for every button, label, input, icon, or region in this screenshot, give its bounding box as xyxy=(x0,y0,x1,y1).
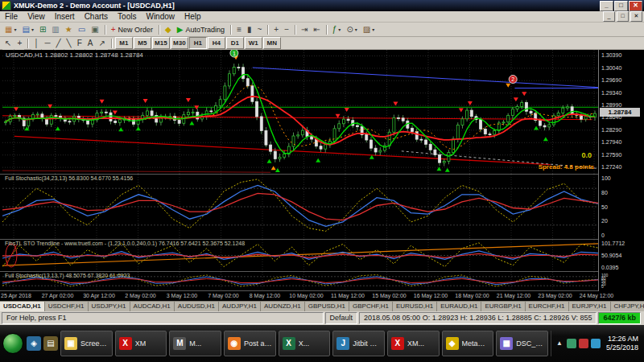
timeframe-m15-button[interactable]: M15 xyxy=(152,37,170,49)
menu-window[interactable]: Window xyxy=(141,11,180,22)
timeframe-w1-button[interactable]: W1 xyxy=(245,37,262,49)
pane-divider[interactable] xyxy=(0,271,644,272)
chart-bars-button[interactable]: ≡ xyxy=(234,23,244,36)
pane-divider[interactable] xyxy=(0,239,644,240)
tray-app-icon-1[interactable] xyxy=(567,339,576,348)
periods-button[interactable]: ⊙▾ xyxy=(344,23,359,36)
market-watch-icon: ⊞ xyxy=(39,25,46,35)
chart-close-button[interactable]: ✕ xyxy=(630,11,642,22)
zoom-in-button[interactable]: + xyxy=(271,23,281,36)
taskbar-photo-window[interactable]: ▦DSC_9066.jpg... xyxy=(496,331,548,356)
symbol-tab-eurchf[interactable]: EURCHF,H1 xyxy=(526,302,569,311)
crosshair-button[interactable]: + xyxy=(14,37,24,50)
taskbar-xm-window[interactable]: XXM xyxy=(115,331,167,356)
symbol-tab-audusd[interactable]: AUDUSD,H1 xyxy=(175,302,219,311)
timeframe-m5-button[interactable]: M5 xyxy=(134,37,151,49)
autotrading-button[interactable]: ▶AutoTrading xyxy=(175,23,227,36)
zoom-out-button[interactable]: − xyxy=(282,23,291,36)
symbol-tab-eurusd[interactable]: EURUSD,H1 xyxy=(393,302,437,311)
timeframe-d1-button[interactable]: D1 xyxy=(226,37,244,49)
minimize-button[interactable]: _ xyxy=(600,1,613,11)
symbol-tab-eurjpy[interactable]: EURJPY,H1 xyxy=(569,302,611,311)
quick-app-1-icon[interactable]: ◈ xyxy=(27,336,41,351)
quick-app-2-icon[interactable]: ▤ xyxy=(43,336,58,351)
taskbar-metaeditor-window[interactable]: ◆MetaEd... xyxy=(442,331,494,356)
timeframe-h4-button[interactable]: H4 xyxy=(208,37,225,49)
main-chart-canvas[interactable]: 12 xyxy=(2,50,598,174)
start-button[interactable] xyxy=(2,333,23,354)
taskbar-jitbit-window[interactable]: JJitbit Macro ... xyxy=(332,331,385,356)
arrows-tool-button[interactable]: ↗ xyxy=(96,37,107,50)
trendline-button[interactable]: ╱ xyxy=(54,37,64,50)
symbol-tab-audjpy[interactable]: AUDJPY,H1 xyxy=(219,302,261,311)
tray-expand-icon[interactable]: ▲ xyxy=(555,339,564,348)
taskbar-clock[interactable]: 12:26 AM 5/25/2018 xyxy=(606,335,638,352)
buy-arrow-icon xyxy=(118,127,123,131)
menu-charts[interactable]: Charts xyxy=(80,11,113,22)
close-button[interactable]: ✕ xyxy=(629,1,642,11)
taskbar-excel-window[interactable]: XX... xyxy=(279,331,331,356)
fibonacci-button[interactable]: F xyxy=(75,37,85,50)
metatrader-window: XMUK-Demo 2 - Demo Account - [USDCAD,H1]… xyxy=(0,0,644,362)
symbol-tab-usdcad[interactable]: USDCAD,H1 xyxy=(0,302,45,311)
indicator-pane-1[interactable]: Full Stochastic(34,23,13) 56.8300 54.677… xyxy=(2,175,598,239)
chart-shift-button[interactable]: ⇤ xyxy=(311,23,322,36)
symbol-tab-euraud[interactable]: EURAUD,H1 xyxy=(437,302,481,311)
timeframe-m30-button[interactable]: M30 xyxy=(171,37,188,49)
maximize-button[interactable]: □ xyxy=(614,1,628,11)
menu-help[interactable]: Help xyxy=(180,11,206,22)
navigator-button[interactable]: ★ xyxy=(63,23,75,36)
chart-restore-button[interactable]: □ xyxy=(617,11,629,22)
chart-candles-button[interactable]: ▮ xyxy=(245,23,254,36)
timeframe-h1-button[interactable]: H1 xyxy=(189,37,207,49)
symbol-tab-gbpusd[interactable]: GBPUSD,H1 xyxy=(305,302,349,311)
sell-arrow-icon xyxy=(194,105,199,109)
indicator-pane-3[interactable]: Full Stochastic(13,13,7) 48.5075 67.3820… xyxy=(2,272,598,290)
new-order-button[interactable]: +New Order xyxy=(109,23,155,36)
timeframe-m1-button[interactable]: M1 xyxy=(115,37,133,49)
cursor-button[interactable]: ↖ xyxy=(2,37,14,50)
chart-minimize-button[interactable]: _ xyxy=(603,11,615,22)
menu-view[interactable]: View xyxy=(23,11,50,22)
menu-insert[interactable]: Insert xyxy=(50,11,80,22)
symbol-tab-chfjpy[interactable]: CHFJPY,H1 xyxy=(611,302,644,311)
market-watch-button[interactable]: ⊞ xyxy=(37,23,48,36)
strategy-tester-button[interactable]: ▣ xyxy=(89,23,101,36)
chart-plot-area[interactable]: 12 USDCAD,H1 1.28802 1.28802 1.28748 1.2… xyxy=(2,50,598,291)
timeframe-mn-button[interactable]: MN xyxy=(263,37,281,49)
taskbar-browser-window[interactable]: ◉Post a reply ... xyxy=(224,331,276,356)
symbol-tab-usdjpy[interactable]: USDJPY,H1 xyxy=(89,302,130,311)
data-window-button[interactable]: ▥ xyxy=(49,23,61,36)
menu-items: FileViewInsertChartsToolsWindowHelp xyxy=(0,11,206,22)
text-tool-button[interactable]: A xyxy=(85,37,96,50)
symbol-tab-eurgbp[interactable]: EURGBP,H1 xyxy=(481,302,525,311)
sell-arrow-icon xyxy=(143,99,148,103)
terminal-button[interactable]: ▭ xyxy=(76,23,88,36)
new-chart-button[interactable]: ▦▾ xyxy=(2,23,19,36)
profiles-button[interactable]: ▤▾ xyxy=(19,23,35,36)
taskbar-buttons: ▣ScreenshotsXXMMM...◉Post a reply ...XX.… xyxy=(60,331,551,356)
taskbar-m-window[interactable]: MM... xyxy=(169,331,221,356)
symbol-tab-audnzd[interactable]: AUDNZD,H1 xyxy=(261,302,305,311)
horizontal-line-button[interactable]: ─ xyxy=(42,37,52,50)
status-profile[interactable]: Default xyxy=(325,312,358,324)
symbol-tab-audcad[interactable]: AUDCAD,H1 xyxy=(130,302,175,311)
vertical-line-button[interactable]: │ xyxy=(31,37,41,50)
channel-button[interactable]: ╲ xyxy=(64,37,74,50)
pane-divider[interactable] xyxy=(0,174,644,175)
taskbar-xm-window-2[interactable]: XXM... xyxy=(387,331,440,356)
tray-network-icon[interactable] xyxy=(591,339,601,348)
symbol-tab-gbpchf[interactable]: GBPCHF,H1 xyxy=(349,302,393,311)
symbol-tab-usdchf[interactable]: USDCHF,H1 xyxy=(45,302,89,311)
indicator-pane-2[interactable]: FibsTL STO Trendline - www.truetl.com - … xyxy=(2,240,598,271)
auto-scroll-button[interactable]: ⇥ xyxy=(299,23,310,36)
tray-app-icon-2[interactable] xyxy=(579,339,588,348)
metaeditor-button[interactable]: ◆ xyxy=(163,23,174,36)
menu-tools[interactable]: Tools xyxy=(113,11,141,22)
indicators-list-button[interactable]: ƒ▾ xyxy=(330,23,344,36)
menu-file[interactable]: File xyxy=(0,11,23,22)
templates-button[interactable]: ▨▾ xyxy=(361,23,377,36)
chart-line-button[interactable]: ~ xyxy=(254,23,264,36)
chart-ohlc-header: USDCAD,H1 1.28802 1.28802 1.28748 1.2878… xyxy=(6,51,143,59)
taskbar-screenshots-window[interactable]: ▣Screenshots xyxy=(60,331,113,356)
